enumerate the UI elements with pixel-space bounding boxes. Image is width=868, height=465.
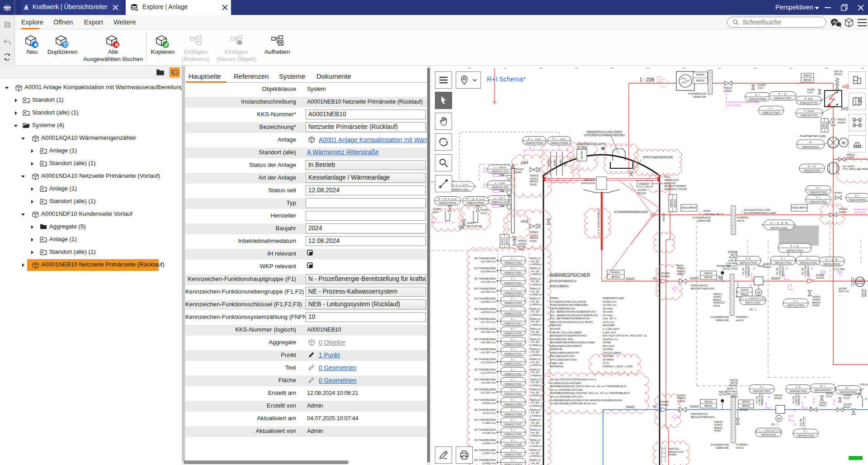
svg-text:DN400: DN400 [639,182,648,185]
svg-text:P I Q A 1v2: P I Q A 1v2 [438,197,457,200]
svg-text:DN50/G2": DN50/G2" [713,301,725,304]
svg-text:NDE01CT005: NDE01CT005 [505,443,522,446]
svg-text:M: M [778,417,780,420]
svg-text:OK TANKBODEN: OK TANKBODEN [474,438,496,441]
svg-text:F4, D5: F4, D5 [531,411,539,414]
svg-text:20 mm HINTERLÜFTUNG: 20 mm HINTERLÜFTUNG [548,388,583,391]
svg-text:T I: T I [511,348,515,351]
svg-text:BEGLEITHEIZUNG: BEGLEITHEIZUNG [691,287,715,290]
svg-text:↔: ↔ [839,293,841,296]
svg-text:2: 2 [677,415,679,419]
svg-text:NDE01CT009: NDE01CT009 [505,403,522,406]
svg-text:NDE01: NDE01 [530,174,539,177]
svg-text:F4, D5: F4, D5 [531,341,539,343]
svg-text:AA002: AA002 [677,400,685,403]
svg-text:OK TANKBODEN: OK TANKBODEN [474,428,496,431]
svg-text:AUSSERHALB: AUSSERHALB [711,443,729,446]
svg-text:F4, D5: F4, D5 [531,432,539,434]
svg-text:AA401: AA401 [819,401,827,404]
svg-text:AA405: AA405 [758,84,765,86]
svg-text:AUSSERHALB: AUSSERHALB [688,92,706,95]
svg-text:NDE01CL303: NDE01CL303 [491,170,509,173]
svg-text:L I ALL: L I ALL [494,196,506,199]
svg-text:NDE10: NDE10 [803,74,812,77]
svg-text:MEDIUM:: MEDIUM: [550,323,562,327]
svg-text:THEOR. FÜLLVOLUMEN:: THEOR. FÜLLVOLUMEN: [550,331,582,334]
svg-text:NDF30CG001: NDF30CG001 [761,433,776,436]
svg-text:NDE01CT013: NDE01CT013 [505,362,522,365]
svg-text:PN25: PN25 [530,183,537,186]
svg-text:F4, D5: F4, D5 [531,391,539,394]
svg-text:NDE01CT023: NDE01CT023 [505,261,522,264]
svg-text:OK TANKBODEN: OK TANKBODEN [474,287,496,290]
svg-text:NDE01CT021: NDE01CT021 [505,281,522,285]
svg-text:L=600mm: L=600mm [530,455,542,457]
svg-text:T I: T I [816,186,821,190]
svg-text:+3.967 mm: +3.967 mm [482,451,496,455]
svg-text:T I: T I [511,338,515,341]
svg-text:T I: T I [511,439,515,442]
svg-text:NDF01CG001: NDF01CG001 [745,301,760,304]
svg-text:3: 3 [484,167,486,171]
svg-text:P I Q A 1v2: P I Q A 1v2 [466,197,485,200]
svg-text:NDE01CT010: NDE01CT010 [505,392,522,395]
svg-text:3: 3 [484,183,486,187]
svg-text:DIN 4119: DIN 4119 [603,344,614,347]
svg-text:2: 2 [794,408,796,412]
svg-text:F4, D5: F4, D5 [531,331,539,333]
svg-text:T ZHH: T ZHH [804,109,814,113]
svg-text:NDE10CP502: NDE10CP502 [749,97,767,100]
svg-text:DN400: DN400 [626,277,635,280]
svg-text:NDF30CP001: NDF30CP001 [840,390,857,394]
svg-text:G1/2": G1/2" [758,86,764,89]
svg-text:+16.435 mm: +16.435 mm [480,330,496,333]
svg-text:20 mm HINTERLÜFTUNG: 20 mm HINTERLÜFTUNG [548,395,583,398]
svg-text:NDF30: NDF30 [763,263,771,266]
svg-text:DN300: DN300 [677,267,685,270]
svg-text:NDF01CT901: NDF01CT901 [786,249,804,252]
svg-text:P I: P I [755,93,760,96]
svg-text:MANTEL-: MANTEL- [668,447,680,450]
svg-text:ABNUTZUNGSZUSCHLAG B/M/D:: ABNUTZUNGSZUSCHLAG B/M/D: [550,320,594,323]
svg-text:TRICHT: TRICHT [860,383,868,386]
svg-text:150-210 MWth: 150-210 MWth [603,351,621,354]
svg-text:DN250: DN250 [816,274,824,276]
svg-text:30 mbar: 30 mbar [603,307,613,310]
svg-text:+8.123 mm: +8.123 mm [482,411,496,414]
svg-text:2: 2 [790,283,792,287]
svg-text:M18x1,5: M18x1,5 [530,418,540,421]
svg-text:FABR.-NR.:: FABR.-NR.: [550,361,565,365]
svg-text:AA403: AA403 [844,403,851,406]
svg-text:T I: T I [511,399,515,402]
svg-text:ATMOSPHÄRISCH: ATMOSPHÄRISCH [550,280,576,283]
svg-text:AA201: AA201 [774,397,782,399]
svg-text:DIN 4119+VdTÜV-Nr. 960-2018 /: DIN 4119+VdTÜV-Nr. 960-2018 / 11 [603,334,647,337]
svg-text:L=5 m VERFAHRWEG: L=5 m VERFAHRWEG [597,209,600,237]
svg-text:DICHTE:: DICHTE: [550,327,561,330]
svg-text:+18.513 mm: +18.513 mm [480,310,496,313]
svg-text:2: 2 [813,400,815,404]
svg-text:NDF30CT001: NDF30CT001 [790,389,807,393]
svg-text:DN250: DN250 [839,287,847,290]
svg-text:AA201: AA201 [763,266,771,268]
svg-text:2,20 barg,: 2,20 barg, [726,390,738,393]
svg-text:T I: T I [806,257,811,260]
svg-text:GEBÄUDE: GEBÄUDE [698,219,711,222]
svg-text:SPEICHERKAPAZITÄT:: SPEICHERKAPAZITÄT: [550,351,580,354]
svg-text:L I AHH: L I AHH [494,166,506,169]
svg-text:G1/2": G1/2" [844,397,850,399]
svg-text:M: M [842,141,845,145]
svg-text:NDE01CT017: NDE01CT017 [505,322,522,325]
svg-text:T I C: T I C [778,92,787,95]
svg-text:NDE10 BR301: NDE10 BR301 [681,206,697,209]
svg-text:1: 1 [669,185,670,189]
svg-text:(BIS AUF BODEN: (BIS AUF BODEN [664,185,686,187]
svg-text:P I 1v2: P I 1v2 [553,137,566,140]
svg-text:P I: P I [846,386,850,389]
svg-text:BR401: BR401 [530,180,538,183]
svg-text:400 m³/h,: 400 m³/h, [727,393,738,395]
svg-text:KALTE: KALTE [730,379,738,381]
svg-text:L=600mm: L=600mm [530,344,542,346]
svg-text:T I: T I [511,459,515,462]
svg-text:M18x1,5: M18x1,5 [807,267,809,276]
